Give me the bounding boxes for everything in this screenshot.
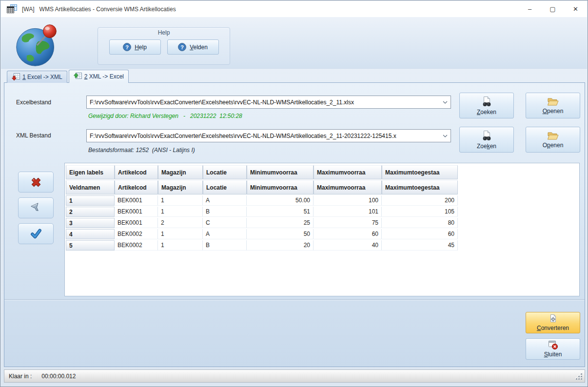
app-icon xyxy=(7,4,18,14)
question-icon: ? xyxy=(123,43,131,51)
delete-rows-button[interactable] xyxy=(18,172,54,193)
cell-artikelcode[interactable]: BEK0001 xyxy=(115,207,158,217)
minimize-button[interactable]: – xyxy=(518,1,541,17)
window-controls: – ▢ ✕ xyxy=(518,1,587,17)
svg-text:?: ? xyxy=(125,44,129,50)
cell-locatie[interactable]: B xyxy=(203,240,247,251)
cell-minimumvoorraad[interactable]: 20 xyxy=(247,240,314,251)
excel-file-path: F:\rvvSoftware\rvvTools\rvvExactConverte… xyxy=(87,99,440,106)
openen-excel-button[interactable]: Openen xyxy=(526,93,580,118)
row-number-cell[interactable]: 1 xyxy=(66,195,115,206)
excel-file-label: Excelbestand xyxy=(16,99,51,106)
tab-page: Excelbestand F:\rvvSoftware\rvvTools\rvv… xyxy=(4,82,585,367)
cell-magazijn[interactable]: 1 xyxy=(158,207,203,217)
cell-minimumvoorraad[interactable]: 25 xyxy=(247,218,314,228)
cell-locatie[interactable]: A xyxy=(203,229,247,239)
header-maximumvoorraad: Maximumvoorraa xyxy=(314,180,382,194)
cell-minimumvoorraad[interactable]: 51 xyxy=(247,207,314,217)
cell-maximumvoorraad[interactable]: 60 xyxy=(314,229,382,239)
zoeken-xml-button[interactable]: Zoeken xyxy=(459,127,514,153)
help-group: Help ? Help ? Velden xyxy=(98,27,230,65)
excel-modified-info: Gewijzigd door: Richard Verstegen - 2023… xyxy=(88,113,242,119)
cell-minimumvoorraad[interactable]: 50 xyxy=(247,229,314,239)
grid-import-icon xyxy=(74,73,82,80)
zoeken-excel-button[interactable]: Zoeken xyxy=(459,93,514,118)
converteren-button-label: Converteren xyxy=(537,325,569,331)
checkmark-icon xyxy=(30,228,42,240)
cell-locatie[interactable]: B xyxy=(203,207,247,217)
excel-file-combobox[interactable]: F:\rvvSoftware\rvvTools\rvvExactConverte… xyxy=(86,96,451,109)
bottom-divider xyxy=(4,299,585,300)
table-row: 4 BEK0002 1 A 50 60 60 xyxy=(66,229,458,239)
header-magazijn: Magazijn xyxy=(158,165,203,179)
sluiten-button-label: Sluiten xyxy=(544,351,562,358)
table-row: 1 BEK0001 1 A 50.00 100 200 xyxy=(66,195,458,206)
cell-maximumvoorraad[interactable]: 100 xyxy=(314,195,382,206)
dropdown-chevron-icon[interactable] xyxy=(440,130,451,142)
resize-grip[interactable] xyxy=(576,373,582,379)
tab-excel-to-xml[interactable]: 1 Excel -> XML xyxy=(7,71,67,83)
filter-button[interactable] xyxy=(18,197,54,218)
header-maximumtoegestaan: Maximumtoegestaa xyxy=(382,165,458,179)
cell-minimumvoorraad[interactable]: 50.00 xyxy=(247,195,314,206)
cell-artikelcode[interactable]: BEK0001 xyxy=(115,218,158,228)
open-folder-icon xyxy=(547,97,559,107)
cell-maximumtoegestaan[interactable]: 105 xyxy=(382,207,458,217)
svg-text:?: ? xyxy=(180,44,184,50)
xml-file-path: F:\rvvSoftware\rvvTools\rvvExactConverte… xyxy=(87,133,440,139)
converteren-button[interactable]: Converteren xyxy=(526,312,580,333)
zoeken-button-label: Zoeken xyxy=(477,143,496,150)
xml-file-label: XML Bestand xyxy=(16,132,51,139)
apply-button[interactable] xyxy=(18,223,54,244)
openen-xml-button[interactable]: Openen xyxy=(526,127,580,153)
cell-maximumvoorraad[interactable]: 40 xyxy=(314,240,382,251)
ribbon: Help ? Help ? Velden xyxy=(1,17,587,69)
row-number-cell[interactable]: 5 xyxy=(66,240,115,251)
cell-maximumvoorraad[interactable]: 101 xyxy=(314,207,382,217)
tab-label: 2 XML -> Excel xyxy=(84,73,124,80)
header-minimumvoorraad: Minimumvoorraa xyxy=(247,165,314,179)
cell-maximumtoegestaan[interactable]: 200 xyxy=(382,195,458,206)
zoeken-button-label: Zoeken xyxy=(477,109,496,116)
cell-locatie[interactable]: C xyxy=(203,218,247,228)
dropdown-chevron-icon[interactable] xyxy=(440,96,451,108)
tab-xml-to-excel[interactable]: 2 XML -> Excel xyxy=(69,70,129,83)
header-artikelcode: Artikelcod xyxy=(115,180,158,194)
search-document-icon xyxy=(481,96,492,108)
mapping-grid-panel: Eigen labels Artikelcod Magazijn Locatie… xyxy=(64,163,580,296)
cell-magazijn[interactable]: 1 xyxy=(158,195,203,206)
sluiten-button[interactable]: Sluiten xyxy=(526,338,580,360)
grid-veldnamen-row: Veldnamen Artikelcod Magazijn Locatie Mi… xyxy=(66,180,458,194)
close-button[interactable]: ✕ xyxy=(564,1,587,17)
cell-artikelcode[interactable]: BEK0002 xyxy=(115,229,158,239)
help-button[interactable]: ? Help xyxy=(109,39,161,55)
filter-funnel-icon xyxy=(30,202,42,214)
row-number-cell[interactable]: 4 xyxy=(66,229,115,239)
maximize-button[interactable]: ▢ xyxy=(541,1,564,17)
header-magazijn: Magazijn xyxy=(158,180,203,194)
cell-magazijn[interactable]: 2 xyxy=(158,218,203,228)
cell-magazijn[interactable]: 1 xyxy=(158,240,203,251)
table-row: 2 BEK0001 1 B 51 101 105 xyxy=(66,207,458,217)
cell-maximumtoegestaan[interactable]: 60 xyxy=(382,229,458,239)
header-maximumvoorraad: Maximumvoorraa xyxy=(314,165,382,179)
cell-maximumtoegestaan[interactable]: 80 xyxy=(382,218,458,228)
velden-button[interactable]: ? Velden xyxy=(167,39,219,55)
cell-maximumvoorraad[interactable]: 75 xyxy=(314,218,382,228)
table-row: 5 BEK0002 1 B 20 40 45 xyxy=(66,240,458,251)
xml-format-info: Bestandsformaat: 1252 (ANSI - Latijns I) xyxy=(88,147,195,154)
cell-magazijn[interactable]: 1 xyxy=(158,229,203,239)
xml-file-combobox[interactable]: F:\rvvSoftware\rvvTools\rvvExactConverte… xyxy=(86,129,451,142)
velden-button-label: Velden xyxy=(190,44,208,51)
help-button-label: Help xyxy=(135,44,147,51)
convert-document-gear-icon xyxy=(548,314,558,324)
row-number-cell[interactable]: 3 xyxy=(66,218,115,228)
cell-artikelcode[interactable]: BEK0002 xyxy=(115,240,158,251)
title-bar: [WA] WMS Artikellocaties - Conversie WMS… xyxy=(1,1,587,17)
row-number-cell[interactable]: 2 xyxy=(66,207,115,217)
window-title: [WA] WMS Artikellocaties - Conversie WMS… xyxy=(22,6,176,13)
cell-maximumtoegestaan[interactable]: 45 xyxy=(382,240,458,251)
cell-locatie[interactable]: A xyxy=(203,195,247,206)
question-icon: ? xyxy=(178,43,186,51)
cell-artikelcode[interactable]: BEK0001 xyxy=(115,195,158,206)
